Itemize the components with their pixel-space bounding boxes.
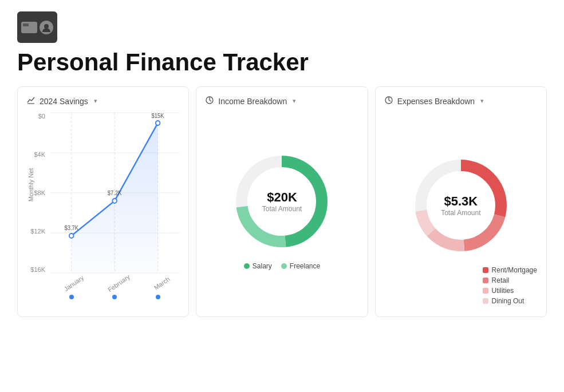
x-axis-labels: January February March: [50, 276, 179, 287]
logo-area: [17, 11, 547, 43]
income-header[interactable]: Income Breakdown ▾: [206, 96, 358, 106]
income-total-label: Total Amount: [262, 205, 302, 213]
charts-row: 2024 Savings ▾ Monthly Net $16K $12K $8K…: [17, 86, 547, 317]
svg-point-0: [44, 24, 49, 29]
expenses-chevron: ▾: [480, 97, 484, 105]
income-donut-container: $20K Total Amount Salary Freelance: [206, 113, 358, 307]
freelance-dot: [281, 263, 287, 269]
svg-line-19: [210, 100, 211, 101]
salary-dot: [244, 263, 250, 269]
expenses-total-label: Total Amount: [441, 209, 480, 217]
expenses-label: Expenses Breakdown: [397, 97, 475, 106]
retail-label: Retail: [492, 276, 510, 284]
expenses-donut: $5.3K Total Amount: [409, 154, 512, 257]
savings-icon: [27, 96, 35, 106]
savings-label: 2024 Savings: [40, 97, 88, 106]
freelance-label: Freelance: [290, 262, 320, 270]
nav-dot-mar[interactable]: [156, 295, 160, 299]
svg-text:$15K: $15K: [152, 113, 164, 119]
income-panel: Income Breakdown ▾ $20K: [196, 86, 368, 317]
nav-dot-jan[interactable]: [69, 295, 74, 299]
y-axis-labels: $16K $12K $8K $4K $0: [27, 113, 49, 273]
retail-dot: [483, 278, 488, 283]
legend-retail: Retail: [483, 276, 537, 284]
dining-label: Dining Out: [492, 297, 524, 305]
expenses-header[interactable]: Expenses Breakdown ▾: [385, 96, 537, 106]
utilities-dot: [483, 288, 488, 294]
savings-chart: Monthly Net $16K $12K $8K $4K $0: [27, 113, 179, 307]
header: Personal Finance Tracker: [17, 11, 547, 76]
nav-dots-row[interactable]: [50, 295, 179, 299]
svg-line-25: [389, 100, 391, 101]
legend-utilities: Utilities: [483, 287, 537, 295]
expenses-amount: $5.3K: [441, 194, 480, 209]
legend-rent: Rent/Mortgage: [483, 266, 537, 274]
income-legend: Salary Freelance: [244, 262, 320, 270]
expenses-center: $5.3K Total Amount: [441, 194, 480, 217]
rent-dot: [483, 267, 488, 273]
expenses-legend: Rent/Mortgage Retail Utilities Dining Ou…: [483, 266, 537, 307]
legend-dining: Dining Out: [483, 297, 537, 305]
line-chart-svg-area: $3.7K $7.2K $15K: [50, 113, 179, 273]
svg-point-13: [156, 121, 160, 125]
face-icon: [40, 21, 53, 34]
salary-label: Salary: [253, 262, 272, 270]
legend-salary: Salary: [244, 262, 272, 270]
utilities-label: Utilities: [492, 287, 514, 295]
rent-label: Rent/Mortgage: [492, 266, 537, 274]
savings-header[interactable]: 2024 Savings ▾: [27, 96, 179, 106]
income-icon: [206, 96, 214, 106]
card-icon: [21, 22, 37, 33]
income-amount: $20K: [262, 190, 302, 205]
dining-dot: [483, 298, 488, 304]
page-title: Personal Finance Tracker: [17, 49, 547, 76]
savings-panel: 2024 Savings ▾ Monthly Net $16K $12K $8K…: [17, 86, 189, 317]
line-svg: $3.7K $7.2K $15K: [50, 113, 179, 273]
savings-chevron: ▾: [94, 97, 97, 105]
svg-text:$3.7K: $3.7K: [64, 225, 78, 231]
nav-dot-feb[interactable]: [112, 295, 117, 299]
income-label: Income Breakdown: [218, 97, 287, 106]
svg-point-12: [112, 199, 117, 203]
income-donut: $20K Total Amount: [230, 150, 333, 253]
legend-freelance: Freelance: [281, 262, 320, 270]
svg-text:$7.2K: $7.2K: [108, 190, 122, 196]
income-chevron: ▾: [293, 97, 296, 105]
logo-icon: [17, 11, 57, 43]
expenses-donut-container: $5.3K Total Amount Rent/Mortgage Retail …: [385, 113, 537, 307]
svg-point-11: [69, 233, 74, 238]
income-center: $20K Total Amount: [262, 190, 302, 213]
expenses-panel: Expenses Breakdown ▾: [375, 86, 547, 317]
expenses-icon: [385, 96, 393, 106]
